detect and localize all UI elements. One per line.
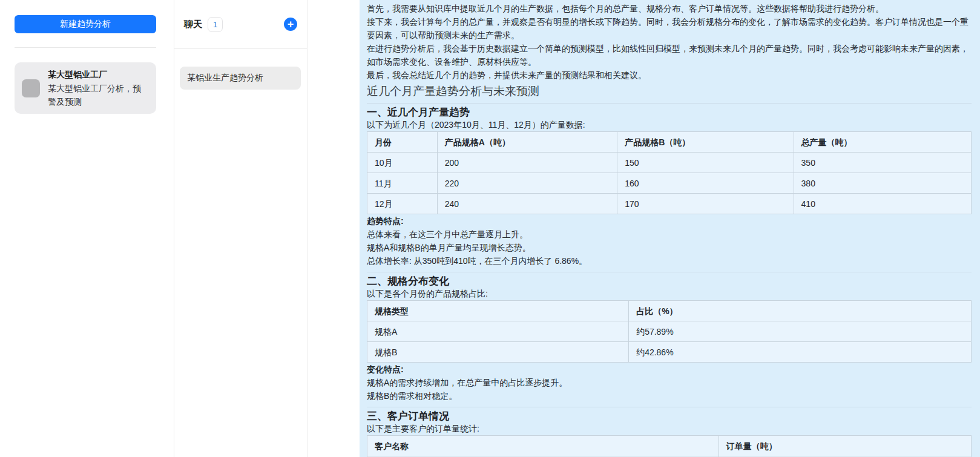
table-cell: 240 bbox=[437, 194, 617, 214]
table-cell: 220 bbox=[437, 173, 617, 194]
section-divider bbox=[367, 103, 972, 104]
note-line: 规格A和规格B的单月产量均呈现增长态势。 bbox=[367, 241, 972, 254]
table-row: 规格A 约57.89% bbox=[367, 321, 972, 342]
column-header: 客户名称 bbox=[367, 436, 719, 456]
chat-header-label: 聊天 bbox=[184, 19, 202, 30]
section-divider bbox=[367, 272, 972, 272]
thinking-paragraph: 接下来，我会计算每个月的总产量，并观察是否有明显的增长或下降趋势。同时，我会分析… bbox=[367, 15, 972, 42]
agent-card[interactable]: 某大型铝业工厂 某大型铝业工厂分析，预警及预测 bbox=[15, 62, 156, 114]
chat-count-badge: 1 bbox=[208, 17, 223, 32]
table-cell: 规格A bbox=[367, 321, 629, 342]
notes-label: 趋势特点: bbox=[367, 214, 972, 228]
table-row: 规格B 约42.86% bbox=[367, 342, 972, 363]
customer-orders-table: 客户名称 订单量（吨） bbox=[367, 435, 972, 457]
note-line: 总体增长率: 从350吨到410吨，在三个月内增长了 6.86%。 bbox=[367, 254, 972, 268]
table-cell: 约42.86% bbox=[629, 342, 972, 363]
table-caption: 以下为近几个月（2023年10月、11月、12月）的产量数据: bbox=[367, 118, 972, 131]
table-cell: 11月 bbox=[367, 173, 438, 194]
add-chat-button[interactable]: + bbox=[284, 18, 297, 31]
table-cell: 10月 bbox=[367, 153, 438, 173]
agent-info: 某大型铝业工厂 某大型铝业工厂分析，预警及预测 bbox=[48, 68, 149, 108]
agent-avatar bbox=[22, 79, 40, 97]
production-table: 月份 产品规格A（吨） 产品规格B（吨） 总产量（吨） 10月 200 150 … bbox=[367, 131, 972, 214]
table-cell: 12月 bbox=[367, 194, 438, 214]
column-header: 月份 bbox=[367, 132, 438, 153]
notes-label: 变化特点: bbox=[367, 363, 972, 376]
section-heading-spec-distribution: 二、规格分布变化 bbox=[367, 276, 972, 287]
table-cell: 160 bbox=[617, 173, 794, 194]
column-header: 订单量（吨） bbox=[719, 436, 971, 456]
note-line: 总体来看，在这三个月中总产量逐月上升。 bbox=[367, 228, 972, 241]
thinking-paragraph: 最后，我会总结近几个月的趋势，并提供未来产量的预测结果和相关建议。 bbox=[367, 68, 972, 82]
table-cell: 规格B bbox=[367, 342, 629, 363]
new-trend-analysis-button[interactable]: 新建趋势分析 bbox=[15, 15, 156, 33]
spec-ratio-table: 规格类型 占比（%） 规格A 约57.89% 规格B 约42.86% bbox=[367, 300, 972, 363]
note-line: 规格B的需求相对稳定。 bbox=[367, 389, 972, 403]
column-header: 占比（%） bbox=[629, 301, 972, 321]
plus-icon: + bbox=[288, 19, 294, 30]
note-line: 规格A的需求持续增加，在总产量中的占比逐步提升。 bbox=[367, 376, 972, 389]
table-header-row: 月份 产品规格A（吨） 产品规格B（吨） 总产量（吨） bbox=[367, 132, 972, 153]
report-title: 近几个月产量趋势分析与未来预测 bbox=[367, 84, 972, 99]
sidebar-divider bbox=[15, 47, 156, 48]
table-cell: 350 bbox=[794, 153, 971, 173]
thinking-paragraph: 在进行趋势分析后，我会基于历史数据建立一个简单的预测模型，比如线性回归模型，来预… bbox=[367, 42, 972, 68]
table-row: 12月 240 170 410 bbox=[367, 194, 972, 214]
column-header: 产品规格A（吨） bbox=[437, 132, 617, 153]
table-caption: 以下是主要客户的订单量统计: bbox=[367, 422, 972, 435]
table-row: 11月 220 160 380 bbox=[367, 173, 972, 194]
table-cell: 150 bbox=[617, 153, 794, 173]
table-cell: 410 bbox=[794, 194, 971, 214]
section-heading-customer-orders: 三、客户订单情况 bbox=[367, 411, 972, 422]
section-divider bbox=[367, 407, 972, 407]
chat-item[interactable]: 某铝业生产趋势分析 bbox=[180, 67, 301, 90]
section-heading-production-trend: 一、近几个月产量趋势 bbox=[367, 107, 972, 118]
table-cell: 170 bbox=[617, 194, 794, 214]
agents-sidebar: 新建趋势分析 某大型铝业工厂 某大型铝业工厂分析，预警及预测 bbox=[0, 0, 174, 457]
chat-list-header: 聊天 1 + bbox=[174, 0, 307, 49]
table-row: 10月 200 150 350 bbox=[367, 153, 972, 173]
agent-description: 某大型铝业工厂分析，预警及预测 bbox=[48, 82, 149, 108]
column-header: 产品规格B（吨） bbox=[617, 132, 794, 153]
table-cell: 380 bbox=[794, 173, 971, 194]
table-cell: 约57.89% bbox=[629, 321, 972, 342]
chat-list-panel: 聊天 1 + 某铝业生产趋势分析 bbox=[174, 0, 307, 457]
column-header: 规格类型 bbox=[367, 301, 629, 321]
table-cell: 200 bbox=[437, 153, 617, 173]
chat-list: 某铝业生产趋势分析 bbox=[174, 49, 307, 90]
table-caption: 以下是各个月份的产品规格占比: bbox=[367, 287, 972, 300]
table-header-row: 客户名称 订单量（吨） bbox=[367, 436, 972, 456]
thinking-paragraph: 首先，我需要从知识库中提取近几个月的生产数据，包括每个月的总产量、规格分布、客户… bbox=[367, 2, 972, 15]
table-header-row: 规格类型 占比（%） bbox=[367, 301, 972, 321]
agent-title: 某大型铝业工厂 bbox=[48, 68, 149, 81]
column-header: 总产量（吨） bbox=[794, 132, 971, 153]
analysis-content-panel[interactable]: 首先，我需要从知识库中提取近几个月的生产数据，包括每个月的总产量、规格分布、客户… bbox=[360, 0, 980, 457]
